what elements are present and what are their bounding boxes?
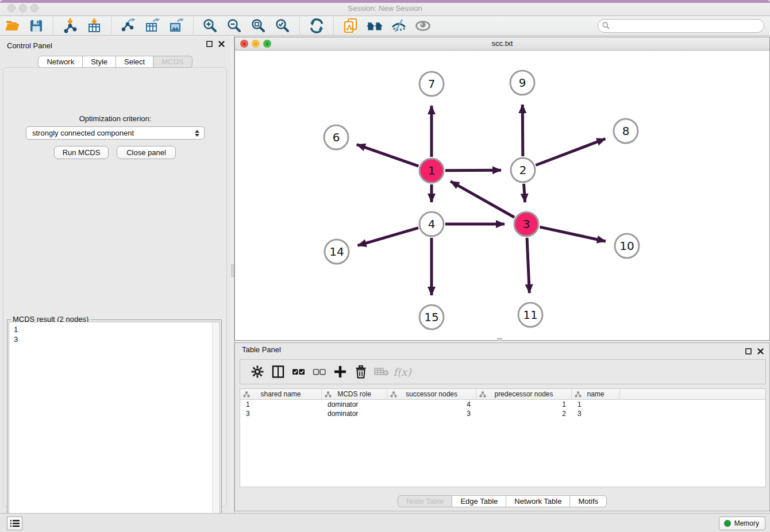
delete-column-icon[interactable] (351, 361, 371, 382)
table-cell[interactable]: 3 (387, 409, 476, 418)
add-column-icon[interactable] (330, 361, 351, 382)
column-header-successor-nodes[interactable]: successor nodes (387, 389, 476, 399)
zoom-in-icon[interactable] (201, 17, 220, 34)
table-cell[interactable]: 3 (572, 409, 620, 418)
tab-network[interactable]: Network (38, 56, 83, 68)
column-header-predecessor-nodes[interactable]: predecessor nodes (476, 389, 572, 399)
table-cell[interactable]: 1 (476, 400, 572, 409)
save-session-icon[interactable] (26, 17, 46, 34)
birds-eye-view-icon[interactable] (413, 17, 433, 34)
export-image-icon[interactable] (167, 17, 186, 34)
float-panel-icon[interactable] (206, 41, 213, 47)
graph-edge-4-14[interactable] (357, 228, 418, 246)
network-canvas[interactable]: 7968124314101511 (235, 51, 769, 340)
graph-node-8[interactable]: 8 (614, 119, 638, 143)
window-title: Session: New Session (0, 4, 770, 13)
network-resize-grip[interactable] (497, 338, 502, 341)
graph-edge-1-6[interactable] (357, 145, 418, 167)
graph-edge-3-10[interactable] (540, 227, 605, 241)
table-row[interactable]: 3dominator323 (240, 409, 765, 418)
close-panel-icon[interactable] (218, 41, 225, 47)
table-cell[interactable]: 4 (387, 400, 476, 409)
splitter-grip[interactable] (231, 264, 234, 277)
search-field (598, 19, 764, 33)
function-builder-icon: f(x) (392, 361, 413, 382)
network-window-titlebar[interactable]: × − + scc.txt (235, 37, 769, 51)
mcds-result-text: 1 3 (14, 325, 18, 344)
table-cell[interactable]: 2 (476, 409, 572, 418)
home-icon[interactable] (365, 17, 384, 34)
graph-node-6[interactable]: 6 (324, 125, 348, 149)
tab-mcds[interactable]: MCDS (153, 56, 192, 68)
table-cell[interactable]: dominator (322, 409, 387, 418)
graph-edge-2-8[interactable] (536, 138, 605, 165)
column-header-name[interactable]: name (572, 389, 620, 399)
tab-node-table[interactable]: Node Table (398, 495, 453, 507)
network-canvas-svg: 7968124314101511 (235, 51, 769, 340)
table-row[interactable]: 1dominator411 (240, 400, 765, 409)
column-header-mcds-role[interactable]: MCDS role (322, 389, 387, 399)
close-panel-button[interactable]: Close panel (117, 146, 176, 159)
run-mcds-button[interactable]: Run MCDS (54, 146, 109, 159)
table-panel-tabs: Node TableEdge TableNetwork TableMotifs (235, 495, 769, 507)
copy-network-icon[interactable] (341, 17, 360, 34)
graph-node-2[interactable]: 2 (511, 158, 535, 182)
graph-edge-3-1[interactable] (451, 182, 514, 218)
mcds-result-box: MCDS result (2 nodes) 1 3 (7, 319, 222, 532)
node-table-body: 1dominator4113dominator323 (240, 400, 765, 418)
float-table-panel-icon[interactable] (745, 348, 752, 354)
graph-node-10[interactable]: 10 (615, 234, 639, 258)
settings-gear-icon[interactable] (247, 361, 268, 382)
result-scrollbar[interactable] (212, 322, 220, 532)
graph-edge-3-11[interactable] (527, 238, 529, 293)
table-cell[interactable]: 1 (572, 400, 620, 409)
search-input[interactable] (598, 19, 764, 33)
refresh-icon[interactable] (307, 17, 326, 34)
panel-splitter[interactable] (230, 36, 234, 513)
hierarchy-icon (243, 391, 250, 398)
graph-node-3[interactable]: 3 (514, 212, 538, 236)
graph-edge-2-9[interactable] (522, 105, 523, 156)
column-header-shared-name[interactable]: shared name (240, 389, 322, 399)
tab-select[interactable]: Select (116, 56, 153, 68)
graph-node-label: 2 (519, 163, 527, 177)
tab-edge-table[interactable]: Edge Table (452, 495, 506, 507)
deselect-all-icon[interactable] (309, 361, 330, 382)
graph-node-11[interactable]: 11 (518, 303, 542, 327)
select-all-icon[interactable] (288, 361, 309, 382)
mcds-result-area[interactable]: 1 3 (9, 322, 220, 532)
open-session-icon[interactable] (2, 17, 22, 34)
graph-edge-2-3[interactable] (524, 184, 525, 202)
graph-node-7[interactable]: 7 (419, 72, 444, 96)
tab-motifs[interactable]: Motifs (570, 495, 607, 507)
toolbar-separator (333, 17, 334, 34)
table-cell[interactable]: 1 (240, 400, 322, 409)
graph-node-15[interactable]: 15 (419, 305, 444, 329)
zoom-out-icon[interactable] (225, 17, 244, 34)
table-cell[interactable]: 3 (240, 409, 322, 418)
graph-node-4[interactable]: 4 (419, 212, 444, 236)
hierarchy-icon (390, 391, 397, 398)
import-table-icon[interactable] (84, 17, 104, 34)
close-table-panel-icon[interactable] (757, 348, 764, 354)
export-network-icon[interactable] (118, 17, 138, 34)
export-table-icon[interactable] (143, 17, 162, 34)
zoom-selected-icon[interactable] (273, 17, 292, 34)
graph-node-9[interactable]: 9 (510, 71, 534, 95)
graph-edge-1-2[interactable] (445, 170, 501, 171)
criterion-dropdown[interactable]: strongly connected component (26, 126, 205, 140)
tab-network-table[interactable]: Network Table (506, 495, 570, 507)
two-columns-icon[interactable] (268, 361, 288, 382)
graph-node-14[interactable]: 14 (325, 240, 349, 264)
tab-style[interactable]: Style (83, 56, 116, 68)
graph-node-label: 9 (519, 76, 526, 90)
zoom-fit-icon[interactable] (249, 17, 268, 34)
window-top-accent (0, 0, 770, 3)
main-toolbar (0, 16, 770, 36)
hide-graphics-details-icon[interactable] (389, 17, 409, 34)
memory-button[interactable]: Memory (719, 516, 765, 530)
graph-node-1[interactable]: 1 (419, 159, 444, 183)
table-cell[interactable]: dominator (322, 400, 387, 409)
import-network-icon[interactable] (60, 17, 80, 34)
status-menu-button[interactable] (7, 516, 22, 530)
